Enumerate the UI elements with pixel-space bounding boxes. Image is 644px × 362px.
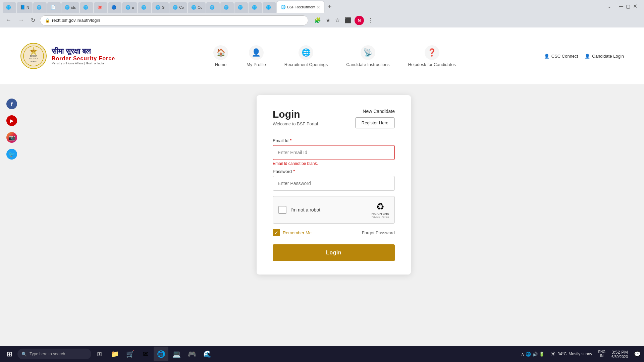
remember-forgot-row: ✓ Remember Me Forgot Password — [273, 229, 395, 236]
nav-recruitment[interactable]: 🌐 Recruitment Openings — [284, 45, 328, 67]
login-area: Login Welcome to BSF Portal New Candidat… — [23, 85, 644, 346]
nav-helpdesk[interactable]: ❓ Helpdesk for Candidates — [408, 45, 456, 67]
extensions-button[interactable]: 🧩 — [313, 16, 322, 25]
captcha-label: I'm not a robot — [290, 207, 320, 213]
nav-my-profile[interactable]: 👤 My Profile — [247, 45, 266, 67]
browser-tab[interactable]: 🐙 — [94, 2, 107, 13]
login-title: Login — [273, 109, 318, 120]
close-button[interactable]: ✕ — [633, 4, 637, 9]
language-indicator[interactable]: ENG IN — [597, 350, 607, 358]
taskbar-app-game[interactable]: 🎮 — [184, 347, 199, 361]
tab-close-icon[interactable]: ✕ — [317, 5, 320, 10]
youtube-icon[interactable]: ▶ — [6, 115, 17, 126]
new-tab-button[interactable]: + — [325, 3, 334, 10]
logo-subtitle: Ministry of Home Affairs | Govt. of Indi… — [52, 62, 115, 65]
logo-english: Border Security Force — [52, 56, 115, 62]
csc-connect-link[interactable]: 👤 CSC Connect — [544, 54, 578, 59]
taskbar-app-edge[interactable]: 🌊 — [200, 347, 215, 361]
profile-avatar[interactable]: N — [355, 16, 364, 25]
csc-connect-label: CSC Connect — [551, 54, 578, 59]
tab-overflow-button[interactable]: ⌄ — [605, 2, 614, 10]
candidate-login-icon: 👤 — [585, 54, 590, 59]
battery-icon[interactable]: 🔋 — [539, 352, 544, 357]
volume-icon[interactable]: 🔊 — [532, 352, 538, 357]
forward-button[interactable]: → — [16, 15, 26, 25]
facebook-icon[interactable]: f — [6, 99, 17, 109]
notification-button[interactable]: 💬 — [633, 350, 642, 359]
maximize-button[interactable]: ▢ — [626, 4, 630, 9]
taskbar-app-file-explorer[interactable]: 📁 — [107, 347, 122, 361]
browser-tab[interactable]: 🌐 — [263, 2, 276, 13]
register-here-button[interactable]: Register Here — [355, 117, 395, 128]
login-card: Login Welcome to BSF Portal New Candidat… — [257, 95, 411, 275]
remember-label[interactable]: Remember Me — [283, 230, 312, 235]
taskbar-app-store[interactable]: 🛒 — [123, 347, 138, 361]
reload-button[interactable]: ↻ — [29, 16, 37, 25]
browser-tab-active[interactable]: 🌐BSF Recruitment ✕ — [277, 1, 324, 13]
network-icon[interactable]: 🌐 — [526, 352, 531, 357]
login-button[interactable]: Login — [273, 244, 395, 261]
taskbar-app-chrome[interactable]: 🌐 — [154, 347, 168, 361]
address-bar[interactable]: 🔒 rectt.bsf.gov.in/auth/login — [40, 15, 308, 25]
recaptcha-icon: ♻ — [376, 201, 384, 212]
header-actions: 👤 CSC Connect 👤 Candidate Login — [544, 54, 624, 59]
taskbar: ⊞ 🔍 Type here to search ⊞ 📁 🛒 ✉ 🌐 💻 🎮 🌊 … — [0, 346, 644, 362]
taskbar-app-vscode[interactable]: 💻 — [169, 347, 184, 361]
logo-area: BSF BORDER SECURITY FORCE सीमा सुरक्षा ब… — [20, 43, 115, 69]
clock[interactable]: 3:52 PM 6/30/2023 — [609, 350, 630, 359]
browser-tab[interactable]: 🌐 — [234, 2, 248, 13]
browser-tab[interactable]: 🌐 — [138, 2, 151, 13]
browser-tab[interactable]: 🌐 — [33, 2, 47, 13]
sidebar-button[interactable]: ⬛ — [343, 16, 353, 25]
page-body: f ▶ 📷 🐦 Login Welcome to BSF Portal New — [0, 85, 644, 346]
profile-button[interactable]: ★ — [324, 16, 332, 25]
taskbar-app-task-view[interactable]: ⊞ — [92, 347, 107, 361]
browser-tab[interactable]: 📄 — [47, 2, 61, 13]
system-tray[interactable]: ∧ 🌐 🔊 🔋 — [520, 351, 546, 357]
nav-candidate-instructions[interactable]: 📡 Candidate Instructions — [346, 45, 389, 67]
weather-icon: ☀ — [550, 350, 556, 358]
browser-tab[interactable]: 🌐Co — [169, 2, 187, 13]
menu-button[interactable]: ⋮ — [366, 15, 375, 25]
nav-home[interactable]: 🏠 Home — [213, 45, 228, 67]
password-input[interactable] — [273, 176, 395, 191]
back-button[interactable]: ← — [3, 15, 13, 25]
logo-text: सीमा सुरक्षा बल Border Security Force Mi… — [52, 47, 115, 65]
browser-tab[interactable]: 🌐 — [206, 2, 220, 13]
twitter-icon[interactable]: 🐦 — [6, 149, 17, 160]
login-card-top: Login Welcome to BSF Portal New Candidat… — [273, 109, 395, 128]
checkmark-icon: ✓ — [274, 230, 278, 235]
tray-arrow[interactable]: ∧ — [521, 351, 524, 357]
browser-tab[interactable]: 🌐 — [3, 2, 16, 13]
candidate-login-link[interactable]: 👤 Candidate Login — [585, 54, 624, 59]
browser-tab[interactable]: 🌐 — [220, 2, 234, 13]
browser-tab[interactable]: 🌐a — [122, 2, 137, 13]
instagram-icon[interactable]: 📷 — [6, 132, 17, 143]
url-text[interactable]: rectt.bsf.gov.in/auth/login — [52, 18, 303, 23]
email-field-group: Email Id * Email Id cannot be blank. — [273, 138, 395, 166]
email-input[interactable] — [273, 145, 395, 160]
nav-my-profile-label: My Profile — [247, 62, 266, 67]
password-field-group: Password * — [273, 169, 395, 191]
start-button[interactable]: ⊞ — [2, 347, 17, 361]
taskbar-search[interactable]: 🔍 Type here to search — [17, 349, 91, 359]
browser-tab[interactable]: 🌐ids — [61, 2, 79, 13]
browser-tab[interactable]: 🌐G — [152, 2, 169, 13]
captcha-checkbox[interactable] — [278, 206, 286, 214]
taskbar-app-mail[interactable]: ✉ — [138, 347, 153, 361]
minimize-button[interactable]: ─ — [619, 3, 623, 9]
forgot-password-link[interactable]: Forgot Password — [362, 230, 395, 235]
candidate-login-label: Candidate Login — [592, 54, 624, 59]
browser-tab[interactable]: 🌐 — [249, 2, 262, 13]
home-icon: 🏠 — [213, 45, 228, 60]
avatar-initial: N — [358, 18, 361, 23]
website-content: BSF BORDER SECURITY FORCE सीमा सुरक्षा ब… — [0, 27, 644, 346]
bookmark-button[interactable]: ☆ — [334, 16, 341, 25]
browser-tab[interactable]: 🌐 — [80, 2, 93, 13]
remember-checkbox[interactable]: ✓ — [273, 229, 280, 236]
weather-widget[interactable]: ☀ 34°C Mostly sunny — [548, 350, 594, 358]
browser-tab[interactable]: 🌐Co — [188, 2, 206, 13]
nav-helpdesk-label: Helpdesk for Candidates — [408, 62, 456, 67]
browser-tab[interactable]: 🔵 — [108, 2, 121, 13]
browser-tab[interactable]: 📘N — [17, 2, 33, 13]
